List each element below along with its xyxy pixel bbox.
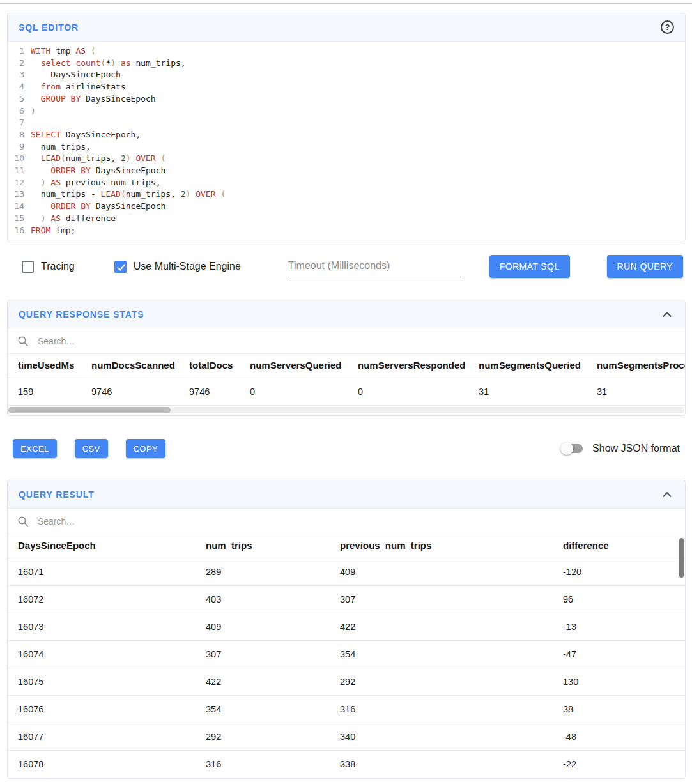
run-query-button[interactable]: RUN QUERY xyxy=(607,255,683,278)
code-text: select count(*) as num_trips, xyxy=(31,58,186,70)
column-header[interactable]: difference xyxy=(553,534,685,558)
code-text: ) AS previous_num_trips, xyxy=(31,177,161,189)
line-number: 11 xyxy=(8,165,31,177)
search-icon xyxy=(17,335,29,347)
stats-search-input[interactable] xyxy=(36,335,675,347)
code-line[interactable]: 14 ORDER BY DaysSinceEpoch xyxy=(8,201,685,213)
table-row: 1607635431638 xyxy=(8,696,685,723)
sql-editor-header[interactable]: SQL EDITOR ? xyxy=(8,13,685,42)
code-text: SELECT DaysSinceEpoch, xyxy=(31,129,141,141)
result-search-input[interactable] xyxy=(36,516,675,527)
stats-table: timeUsedMsnumDocsScannedtotalDocsnumServ… xyxy=(8,354,685,406)
code-line[interactable]: 9 num_trips, xyxy=(8,141,685,153)
json-format-toggle[interactable] xyxy=(560,442,583,455)
code-line[interactable]: 7 xyxy=(8,117,685,129)
table-cell: 0 xyxy=(348,378,468,406)
json-format-label[interactable]: Show JSON format xyxy=(592,443,680,454)
code-line[interactable]: 1WITH tmp AS ( xyxy=(8,45,685,58)
search-icon xyxy=(17,516,29,527)
line-number: 10 xyxy=(8,153,31,165)
table-cell: 340 xyxy=(330,723,553,751)
column-header[interactable]: numServersResponded xyxy=(348,354,468,378)
table-cell: 409 xyxy=(196,613,330,641)
multistage-label[interactable]: Use Multi-Stage Engine xyxy=(134,261,241,272)
table-row: 16071289409-120 xyxy=(8,558,685,586)
code-text: WITH tmp AS ( xyxy=(31,45,96,58)
column-header[interactable]: DaysSinceEpoch xyxy=(8,534,196,558)
code-text: num_trips, xyxy=(31,141,91,153)
chevron-up-icon[interactable] xyxy=(660,307,674,321)
code-line[interactable]: 15 ) AS difference xyxy=(8,213,685,225)
result-table: DaysSinceEpochnum_tripsprevious_num_trip… xyxy=(8,534,685,778)
format-sql-button[interactable]: FORMAT SQL xyxy=(489,255,570,278)
table-cell: 354 xyxy=(196,696,330,723)
table-cell: 0 xyxy=(240,378,348,406)
table-row: 16077292340-48 xyxy=(8,723,685,751)
table-cell: 354 xyxy=(330,641,553,668)
tracing-checkbox[interactable] xyxy=(22,261,34,273)
result-panel-header[interactable]: QUERY RESULT xyxy=(8,480,685,509)
code-text: FROM tmp; xyxy=(31,225,75,237)
table-cell: 422 xyxy=(330,613,553,641)
table-cell: 31 xyxy=(468,378,587,406)
tracing-label[interactable]: Tracing xyxy=(41,261,75,272)
query-console: SQL EDITOR ? 1WITH tmp AS (2 select coun… xyxy=(0,4,692,779)
table-row: 16074307354-47 xyxy=(8,641,685,668)
column-header[interactable]: numSegmentsQueried xyxy=(468,354,587,378)
code-text: from airlineStats xyxy=(31,81,126,93)
stats-panel-header[interactable]: QUERY RESPONSE STATS xyxy=(8,300,685,328)
table-cell: 31 xyxy=(587,378,685,406)
code-line[interactable]: 8SELECT DaysSinceEpoch, xyxy=(8,129,685,141)
column-header[interactable]: numServersQueried xyxy=(240,354,348,378)
chevron-up-icon[interactable] xyxy=(660,488,674,502)
excel-button[interactable]: EXCEL xyxy=(13,439,57,458)
code-line[interactable]: 11 ORDER BY DaysSinceEpoch xyxy=(8,165,685,177)
horizontal-scrollbar-thumb[interactable] xyxy=(8,407,171,413)
column-header[interactable]: num_trips xyxy=(196,534,330,558)
table-row: 16073409422-13 xyxy=(8,613,685,641)
code-line[interactable]: 5 GROUP BY DaysSinceEpoch xyxy=(8,93,685,105)
horizontal-scrollbar[interactable] xyxy=(8,407,684,413)
panel-title: SQL EDITOR xyxy=(19,22,79,33)
table-cell: 338 xyxy=(330,751,553,778)
line-number: 2 xyxy=(8,58,31,70)
code-line[interactable]: 13 num_trips - LEAD(num_trips, 2) OVER ( xyxy=(8,188,685,201)
code-line[interactable]: 3 DaysSinceEpoch xyxy=(8,69,685,81)
help-glyph: ? xyxy=(665,22,670,32)
line-number: 6 xyxy=(8,105,31,118)
line-number: 5 xyxy=(8,93,31,105)
stats-search-row xyxy=(8,328,685,354)
code-text: GROUP BY DaysSinceEpoch xyxy=(31,93,156,105)
code-editor[interactable]: 1WITH tmp AS (2 select count(*) as num_t… xyxy=(8,42,685,242)
timeout-input[interactable] xyxy=(288,256,461,277)
code-line[interactable]: 4 from airlineStats xyxy=(8,81,685,93)
code-text: ORDER BY DaysSinceEpoch xyxy=(31,165,165,177)
code-area[interactable]: 1WITH tmp AS (2 select count(*) as num_t… xyxy=(8,45,685,236)
code-line[interactable]: 16FROM tmp; xyxy=(8,225,685,237)
table-row: 1607240330796 xyxy=(8,586,685,613)
copy-button[interactable]: COPY xyxy=(126,439,165,458)
table-cell: 38 xyxy=(553,696,685,723)
vertical-scrollbar-thumb[interactable] xyxy=(679,538,684,578)
code-line[interactable]: 6) xyxy=(8,105,685,118)
csv-button[interactable]: CSV xyxy=(75,439,108,458)
code-line[interactable]: 12 ) AS previous_num_trips, xyxy=(8,177,685,189)
code-text: ORDER BY DaysSinceEpoch xyxy=(31,201,165,213)
column-header[interactable]: previous_num_trips xyxy=(330,534,553,558)
code-line[interactable]: 2 select count(*) as num_trips, xyxy=(8,58,685,70)
multistage-checkbox[interactable] xyxy=(114,261,127,273)
help-icon[interactable]: ? xyxy=(661,20,674,34)
table-cell: 403 xyxy=(196,586,330,613)
column-header[interactable]: numDocsScanned xyxy=(81,354,179,378)
column-header[interactable]: timeUsedMs xyxy=(8,354,81,378)
table-cell: 16077 xyxy=(8,723,196,751)
line-number: 12 xyxy=(8,177,31,189)
table-cell: 159 xyxy=(8,378,81,406)
code-text: ) AS difference xyxy=(31,213,116,225)
code-line[interactable]: 10 LEAD(num_trips, 2) OVER ( xyxy=(8,153,685,165)
column-header[interactable]: numSegmentsProcessed xyxy=(587,354,685,378)
table-cell: 130 xyxy=(553,668,685,696)
column-header[interactable]: totalDocs xyxy=(179,354,240,378)
table-cell: 292 xyxy=(196,723,330,751)
table-row: 15997469746003131 xyxy=(8,378,685,406)
